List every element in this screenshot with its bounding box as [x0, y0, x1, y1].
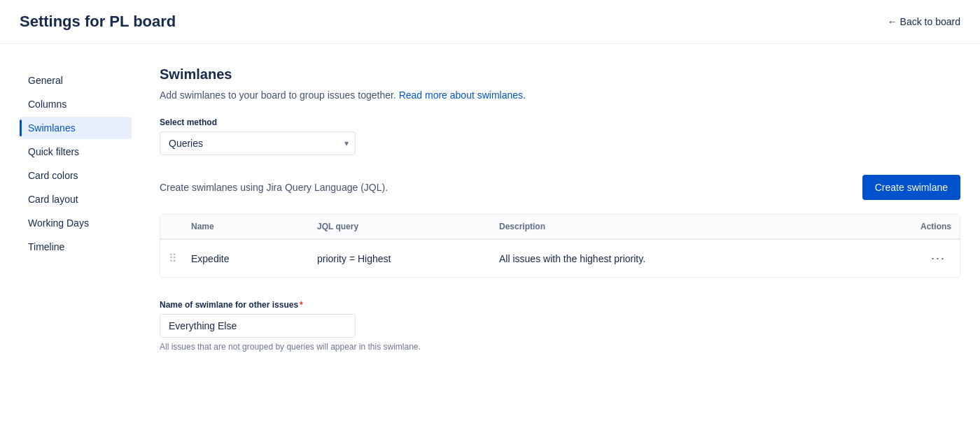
sidebar-item-columns[interactable]: Columns: [20, 93, 132, 115]
method-select[interactable]: None Stories Queries Assignees Epics Pro…: [160, 131, 356, 155]
required-star: *: [300, 300, 303, 310]
table-row: ⠿ Expedite priority = Highest All issues…: [160, 240, 960, 277]
create-swimlane-button[interactable]: Create swimlane: [862, 175, 960, 200]
row-description: All issues with the highest priority.: [499, 253, 895, 264]
sidebar-item-swimlanes[interactable]: Swimlanes: [20, 117, 132, 139]
select-method-label: Select method: [160, 117, 960, 127]
other-swimlane-section: Name of swimlane for other issues* All i…: [160, 300, 960, 352]
row-name: Expedite: [191, 253, 317, 264]
main-layout: General Columns Swimlanes Quick filters …: [0, 44, 980, 374]
sidebar-item-timeline[interactable]: Timeline: [20, 236, 132, 258]
description-text: Add swimlanes to your board to group iss…: [160, 89, 396, 101]
jql-description-row: Create swimlanes using Jira Query Langua…: [160, 175, 960, 200]
read-more-link[interactable]: Read more about swimlanes.: [399, 89, 526, 101]
th-actions: Actions: [895, 222, 951, 231]
row-jql: priority = Highest: [317, 253, 499, 264]
section-description: Add swimlanes to your board to group iss…: [160, 89, 960, 101]
th-jql: JQL query: [317, 222, 499, 231]
other-swimlane-input[interactable]: [160, 314, 356, 338]
table-header: Name JQL query Description Actions: [160, 215, 960, 240]
page-header: Settings for PL board ← Back to board: [0, 0, 980, 44]
row-actions-button[interactable]: ···: [925, 248, 951, 268]
swimlanes-table: Name JQL query Description Actions ⠿ Exp…: [160, 214, 960, 278]
content-area: Swimlanes Add swimlanes to your board to…: [132, 66, 960, 352]
sidebar-item-general[interactable]: General: [20, 69, 132, 92]
select-method-wrapper: None Stories Queries Assignees Epics Pro…: [160, 131, 356, 155]
swimlanes-title: Swimlanes: [160, 66, 960, 83]
th-description: Description: [499, 222, 895, 231]
other-swimlane-label: Name of swimlane for other issues*: [160, 300, 960, 310]
sidebar-item-working-days[interactable]: Working Days: [20, 212, 132, 234]
back-to-board-link[interactable]: ← Back to board: [888, 16, 960, 27]
sidebar-item-card-colors[interactable]: Card colors: [20, 164, 132, 187]
sidebar-item-quick-filters[interactable]: Quick filters: [20, 141, 132, 163]
jql-description: Create swimlanes using Jira Query Langua…: [160, 182, 388, 193]
other-swimlane-hint: All issues that are not grouped by queri…: [160, 342, 960, 352]
row-actions: ···: [895, 248, 951, 268]
sidebar: General Columns Swimlanes Quick filters …: [20, 66, 132, 352]
drag-handle-icon[interactable]: ⠿: [169, 252, 191, 265]
th-name: Name: [191, 222, 317, 231]
page-title: Settings for PL board: [20, 13, 176, 31]
sidebar-item-card-layout[interactable]: Card layout: [20, 188, 132, 210]
th-drag: [169, 222, 191, 231]
